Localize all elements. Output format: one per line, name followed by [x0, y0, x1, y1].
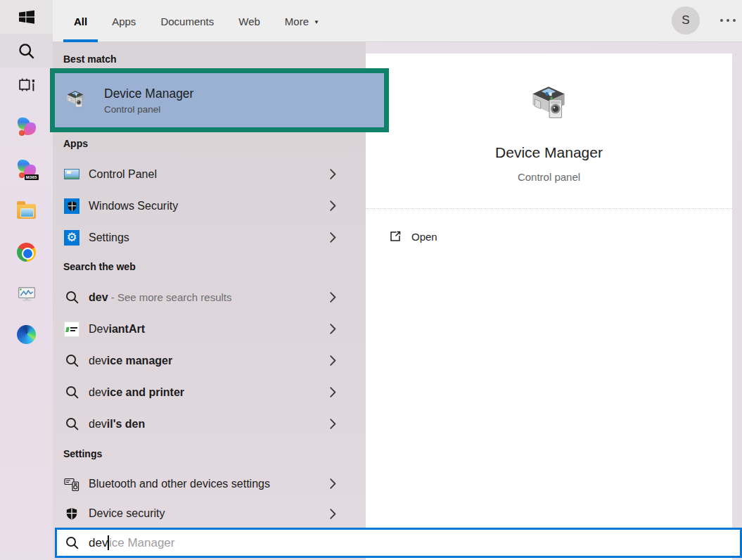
copilot-icon — [18, 117, 36, 136]
suggestion-text: il's den — [107, 418, 145, 430]
row-label: Settings — [89, 231, 129, 244]
m365-copilot-icon: M365 — [18, 160, 36, 178]
tab-apps-label: Apps — [112, 15, 136, 27]
search-input[interactable]: dev ice Manager — [55, 528, 742, 558]
query-text: dev — [89, 418, 107, 430]
chevron-right-icon — [330, 478, 336, 489]
chevron-right-icon — [330, 324, 336, 334]
preview-title: Device Manager — [366, 144, 732, 161]
edge-icon — [17, 325, 36, 344]
open-icon — [389, 230, 402, 243]
copilot-button[interactable] — [0, 110, 53, 144]
open-action[interactable]: Open — [389, 227, 437, 246]
chevron-right-icon — [330, 201, 336, 211]
row-label: Device security — [89, 507, 165, 520]
taskbar-search-button[interactable] — [0, 34, 53, 68]
performance-monitor-button[interactable] — [0, 277, 53, 311]
query-text: dev — [89, 386, 107, 398]
tab-documents[interactable]: Documents — [150, 0, 224, 42]
chevron-right-icon — [330, 232, 336, 243]
web-row-see-more[interactable]: dev - See more search results — [56, 281, 366, 313]
search-icon — [65, 536, 79, 549]
settings-icon — [64, 230, 79, 246]
control-panel-icon — [64, 167, 79, 182]
tab-documents-label: Documents — [160, 15, 214, 27]
tab-all-label: All — [74, 15, 87, 27]
bluetooth-devices-icon — [64, 476, 79, 492]
query-text: dev — [89, 291, 108, 303]
query-text: Dev — [89, 323, 108, 335]
web-row-deviantart[interactable]: DeviantArt — [56, 313, 366, 345]
tab-apps[interactable]: Apps — [101, 0, 146, 42]
app-row-settings[interactable]: Settings — [56, 222, 366, 253]
best-match-header: Best match — [63, 53, 116, 65]
tab-more-label: More — [285, 15, 309, 27]
apps-header: Apps — [63, 138, 88, 149]
web-row-device-manager[interactable]: device manager — [56, 345, 366, 376]
query-text: dev — [89, 355, 107, 367]
taskbar: M365 — [0, 0, 53, 560]
preview-panel — [366, 53, 732, 560]
tab-more[interactable]: More▼ — [274, 0, 330, 42]
search-icon — [64, 416, 79, 432]
device-security-icon — [64, 506, 79, 521]
best-match-subtitle: Control panel — [104, 104, 193, 115]
task-view-icon — [18, 77, 35, 92]
account-avatar[interactable]: S — [672, 6, 700, 34]
windows-security-icon — [64, 198, 79, 214]
web-row-devils-den[interactable]: devil's den — [56, 408, 366, 440]
see-more-text: - See more search results — [108, 291, 232, 303]
tab-all[interactable]: All — [63, 0, 98, 42]
tab-web[interactable]: Web — [228, 0, 271, 42]
task-view-button[interactable] — [0, 68, 53, 101]
best-match-item[interactable]: Device Manager Control panel — [50, 68, 389, 132]
search-filter-bar: All Apps Documents Web More▼ S — [53, 0, 742, 42]
chevron-right-icon — [330, 509, 336, 519]
chevron-right-icon — [330, 169, 336, 179]
tab-web-label: Web — [238, 15, 260, 27]
best-match-text: Device Manager Control panel — [104, 87, 193, 115]
chrome-icon — [17, 243, 36, 262]
chevron-right-icon — [330, 292, 336, 303]
typed-query: dev — [89, 536, 108, 550]
search-icon — [18, 43, 34, 59]
chevron-right-icon — [330, 355, 336, 366]
chevron-right-icon — [330, 387, 336, 397]
m365-copilot-button[interactable]: M365 — [0, 152, 53, 186]
row-label: Bluetooth and other devices settings — [89, 478, 270, 490]
windows-logo-icon — [19, 9, 34, 25]
performance-monitor-icon — [18, 286, 36, 302]
row-label: Windows Security — [89, 200, 178, 212]
edge-button[interactable] — [0, 317, 53, 351]
filter-tabs: All Apps Documents Web More▼ — [63, 0, 333, 42]
file-explorer-icon — [17, 204, 36, 219]
search-icon — [64, 290, 79, 305]
app-row-control-panel[interactable]: Control Panel — [56, 158, 366, 190]
preview-divider — [366, 208, 732, 209]
app-row-windows-security[interactable]: Windows Security — [56, 190, 366, 222]
deviantart-icon — [64, 322, 79, 337]
suggestion-text: iantArt — [108, 323, 145, 335]
more-options-icon[interactable] — [720, 19, 723, 22]
chevron-right-icon — [330, 419, 336, 429]
file-explorer-button[interactable] — [0, 194, 53, 228]
preview-subtitle: Control panel — [366, 171, 732, 183]
search-icon — [64, 353, 79, 369]
open-label: Open — [411, 231, 437, 243]
start-button[interactable] — [0, 0, 53, 34]
settings-row-device-security[interactable]: Device security — [56, 499, 366, 528]
chrome-button[interactable] — [0, 235, 53, 269]
search-the-web-header: Search the web — [63, 261, 136, 272]
autocomplete-suggestion: ice Manager — [109, 536, 175, 550]
settings-row-bluetooth[interactable]: Bluetooth and other devices settings — [56, 468, 366, 499]
web-row-device-and-printer[interactable]: device and printer — [56, 376, 366, 408]
device-manager-icon-large — [525, 82, 572, 129]
avatar-letter: S — [682, 13, 689, 27]
search-icon — [64, 385, 79, 400]
suggestion-text: ice manager — [107, 355, 172, 367]
best-match-title: Device Manager — [104, 87, 193, 101]
suggestion-text: ice and printer — [107, 386, 184, 398]
m365-badge: M365 — [25, 174, 39, 180]
settings-header: Settings — [63, 448, 102, 459]
device-manager-icon — [63, 89, 87, 113]
